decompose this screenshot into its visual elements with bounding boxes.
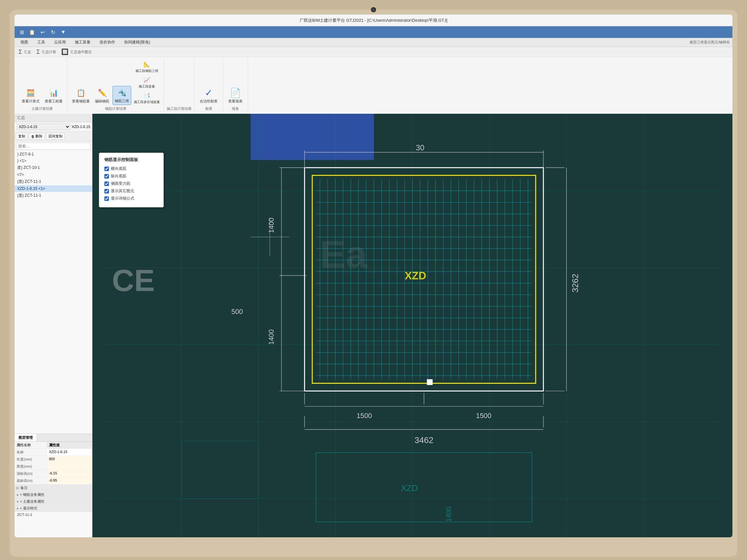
tree-item-label-1: <1> [20, 158, 26, 163]
floor-combo[interactable]: XZD-1-6.15 [17, 124, 70, 130]
svg-text:30: 30 [416, 143, 424, 152]
rebar-group-label: 钢筋计算结果 [105, 106, 126, 111]
tree-item-4[interactable]: (度) ZCT-11-1 [15, 178, 92, 185]
section-3d-icon: 📐 [143, 60, 151, 68]
prop-section-rebar[interactable]: + + 钢筋业务属性 [15, 491, 92, 498]
qa-icon-3[interactable]: ↩ [38, 28, 47, 36]
svg-text:XZD: XZD [401, 483, 418, 493]
btn-section-qty[interactable]: 📈 施工段提量 [133, 75, 161, 89]
title-bar: 广联达BIM土建计量平台 GTJ2021 - [C:\Users\Adminis… [15, 15, 732, 26]
summary-total[interactable]: Σ 汇总 [19, 48, 31, 55]
svg-text:1400: 1400 [445, 507, 453, 522]
combo-value-display: XZD-1-6.15 [72, 125, 90, 129]
bottom-item-label: ZCT-11-1 [17, 513, 32, 516]
tree-item-prefix-6: (度) [17, 193, 24, 198]
menu-bim-collab[interactable]: 协同建模(限免) [121, 38, 153, 46]
qa-icon-1[interactable]: ⊞ [17, 28, 26, 36]
menu-tools[interactable]: 工具 [34, 38, 48, 46]
svg-text:Ea: Ea [320, 233, 367, 276]
tree-item-1[interactable]: ) <1> [15, 158, 92, 164]
view-qty-icon: 📊 [49, 88, 59, 98]
tree-item-2[interactable]: 度) ZCT-10-1 [15, 164, 92, 171]
cad-svg: XZD 30 1400 [93, 114, 732, 537]
btn-legal-check[interactable]: ✓ 合法性检查 [197, 86, 220, 105]
prop-section-civil[interactable]: + + 土建业务属性 [15, 498, 92, 505]
prop-row-thickness: 厚度(mm) [15, 463, 92, 470]
summary-selected[interactable]: 🔲 汇总选中图元 [61, 48, 92, 55]
checkbox-horizontal: 横向底筋 [104, 166, 158, 171]
btn-view-report[interactable]: 📄 查看报表 [226, 86, 245, 105]
prop-value-4[interactable]: -6.15 [47, 470, 92, 477]
cb-horizontal-label: 横向底筋 [111, 166, 126, 171]
prop-section-note[interactable]: ▷ 备注 [15, 484, 92, 491]
cb-side-label: 侧面受力筋 [111, 181, 130, 186]
menu-cost-collab[interactable]: 造价协作 [96, 38, 118, 46]
combo-row: XZD-1-6.15 XZD-1-6.15 [15, 122, 92, 132]
rebar-qty-label: 查看钢筋量 [72, 99, 90, 104]
report-group-label: 报表 [232, 106, 239, 111]
cb-formula[interactable] [104, 196, 109, 201]
btn-rebar-3d[interactable]: 🔩 钢筋三维 [112, 86, 131, 105]
tree-item-label-4: ZCT-11-1 [25, 179, 41, 184]
laptop-frame: 广联达BIM土建计量平台 GTJ2021 - [C:\Users\Adminis… [10, 10, 737, 557]
prop-row-length: 长度(mm) 800 [15, 456, 92, 463]
cb-side[interactable] [104, 182, 109, 186]
menu-construction-calc[interactable]: 施工算量 [72, 38, 94, 46]
menu-view[interactable]: 视图 [17, 38, 31, 46]
tree-item-0[interactable]: ) ZCT-9-1 [15, 151, 92, 158]
svg-rect-64 [427, 379, 433, 385]
group-section-results: 施工段计算结果 [164, 58, 195, 112]
svg-rect-1 [251, 114, 374, 160]
summary-calc[interactable]: Σ 汇总计算 [36, 48, 56, 55]
rebar-3d-label: 钢筋三维 [115, 99, 129, 103]
btn-view-formula[interactable]: 🧮 查看计算式 [20, 86, 42, 105]
btn-view-quantity[interactable]: 📊 查看工程量 [43, 86, 65, 105]
btn-section-multi[interactable]: 📑 施工段多区域提量 [133, 91, 161, 105]
delete-button[interactable]: 🗑 删除 [29, 133, 45, 140]
tree-item-3[interactable]: <7> [15, 171, 92, 178]
prop-value-1: XZD-1-6.15 [47, 449, 92, 456]
search-input[interactable] [16, 142, 91, 150]
edit-rebar-icon: ✏️ [97, 88, 107, 98]
screen: 广联达BIM土建计量平台 GTJ2021 - [C:\Users\Adminis… [15, 15, 732, 537]
cb-vertical-label: 纵向底筋 [111, 174, 126, 179]
prop-value-2[interactable]: 800 [47, 456, 92, 463]
qa-icon-5[interactable]: ▼ [59, 28, 68, 36]
cb-vertical[interactable] [104, 174, 109, 179]
view-formula-icon: 🧮 [26, 88, 36, 98]
cb-horizontal[interactable] [104, 166, 109, 171]
prop-value-3[interactable] [47, 463, 92, 470]
btn-edit-rebar[interactable]: ✏️ 编辑钢筋 [93, 86, 111, 105]
btn-view-rebar-qty[interactable]: 📋 查看钢筋量 [70, 86, 92, 105]
view-qty-label: 查看工程量 [45, 99, 62, 104]
btn-section-3d[interactable]: 📐 施工段钢筋三维 [133, 60, 161, 74]
selected-label: 汇总选中图元 [70, 50, 92, 54]
rebar-section-label: + 钢筋业务属性 [20, 492, 44, 497]
qa-icon-2[interactable]: 📋 [28, 28, 36, 36]
tree-item-label-6: ZCT-11-1 [25, 193, 41, 198]
calc-icon: Σ [36, 49, 40, 55]
tree-item-5[interactable]: XZD-1-6.15 <1> [15, 185, 92, 192]
checkbox-side: 侧面受力筋 [104, 181, 158, 186]
tree-item-prefix-0: ) [17, 152, 19, 157]
bottom-tree-item[interactable]: ZCT-11-1 [15, 512, 92, 517]
prop-section-display[interactable]: + + 显示样式 [15, 505, 92, 512]
prop-value-5[interactable]: -6.95 [47, 477, 92, 484]
qa-icon-4[interactable]: ↻ [48, 28, 57, 36]
edit-rebar-label: 编辑钢筋 [95, 99, 109, 104]
menu-cloud[interactable]: 云应用 [51, 38, 69, 46]
tree-item-6[interactable]: (度) ZCT-11-1 [15, 192, 92, 199]
svg-text:XZD: XZD [405, 270, 426, 282]
prop-tab-layers[interactable]: 图层管理 [15, 434, 37, 442]
webcam [371, 7, 376, 12]
right-label: 楼层三维显示图元/轴网有 [690, 40, 730, 45]
prop-name-4: 顶标高(m) [15, 470, 47, 477]
prop-header-name: 属性名称 [15, 442, 47, 449]
rebar-expand-icon: + [17, 493, 19, 497]
checkbox-vertical: 纵向底筋 [104, 174, 158, 179]
svg-text:500: 500 [231, 308, 243, 316]
floor-copy-button[interactable]: 层间复制 [46, 133, 65, 140]
cb-other[interactable] [104, 189, 109, 193]
copy-button[interactable]: 复制 [16, 133, 28, 140]
delete-icon: 🗑 [31, 134, 35, 138]
